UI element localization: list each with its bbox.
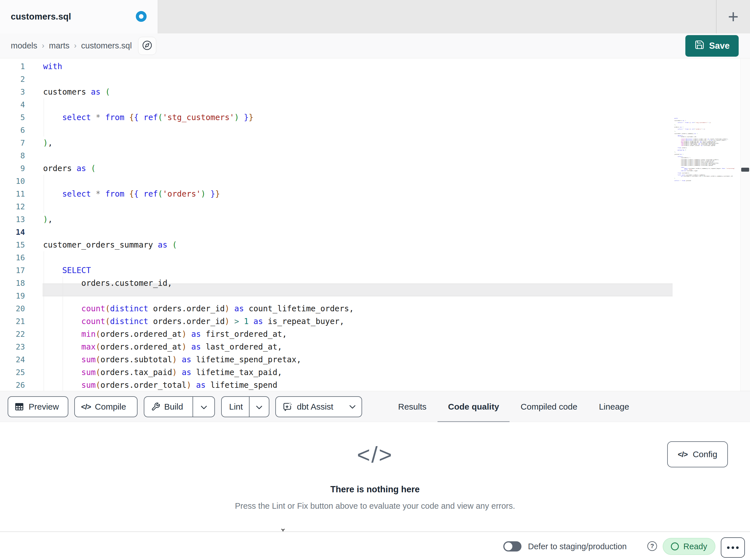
code-area[interactable]: with customers as ( select * from {{ ref… <box>43 60 354 391</box>
code-line[interactable]: orders as ( <box>43 162 354 175</box>
save-button[interactable]: Save <box>685 35 739 57</box>
line-number: 5 <box>0 111 25 124</box>
code-editor[interactable]: 1234567891011121314151617181920212223242… <box>0 58 750 391</box>
assist-label: dbt Assist <box>297 402 333 412</box>
code-line[interactable] <box>43 290 354 302</box>
line-number: 14 <box>0 226 25 238</box>
new-tab-button[interactable]: + <box>722 5 745 28</box>
code-line[interactable]: sum(orders.tax_paid) as lifetime_tax_pai… <box>43 366 354 379</box>
code-line[interactable] <box>43 149 354 162</box>
line-number: 18 <box>0 277 25 290</box>
tab-compiled-code[interactable]: Compiled code <box>520 396 577 417</box>
preview-label: Preview <box>28 402 59 412</box>
status-circle-icon <box>671 542 679 551</box>
build-button[interactable]: Build <box>144 397 193 417</box>
dbt-ide-window: customers.sql + models › marts › custome… <box>0 0 750 560</box>
line-number: 15 <box>0 238 25 251</box>
code-line[interactable]: min(orders.ordered_at) as first_ordered_… <box>43 328 354 340</box>
path-bar: models › marts › customers.sql Save <box>0 34 750 58</box>
compile-button[interactable]: </> Compile <box>74 396 138 417</box>
breadcrumb-separator: › <box>42 41 44 50</box>
code-line[interactable]: max(orders.ordered_at) as last_ordered_a… <box>43 340 354 353</box>
code-line[interactable]: sum(orders.subtotal) as lifetime_spend_p… <box>43 353 354 366</box>
status-bar: Defer to staging/production ? Ready <box>0 532 750 560</box>
code-line[interactable]: SELECT <box>43 264 354 277</box>
help-icon[interactable]: ? <box>647 541 657 551</box>
compass-icon <box>142 40 152 51</box>
code-line[interactable]: sum(orders.order_total) as lifetime_spen… <box>43 379 354 391</box>
code-line[interactable]: customer_orders_summary as ( <box>43 238 354 251</box>
defer-toggle[interactable] <box>503 541 521 552</box>
dbt-assist-button[interactable]: dbt Assist <box>275 396 362 417</box>
open-lineage-button[interactable] <box>138 37 156 55</box>
build-split-button: Build <box>144 396 215 417</box>
tabbar-divider <box>716 0 716 34</box>
preview-button[interactable]: Preview <box>8 396 68 417</box>
line-number: 24 <box>0 353 25 366</box>
line-number: 21 <box>0 315 25 328</box>
minimap[interactable]: with customers as ( select * from {{ ref… <box>674 118 740 187</box>
breadcrumb-item-models[interactable]: models <box>11 41 37 50</box>
chevron-down-icon <box>349 405 356 409</box>
line-number: 12 <box>0 200 25 213</box>
tab-results[interactable]: Results <box>398 396 427 417</box>
indent-guide <box>63 277 63 391</box>
code-line[interactable]: count(distinct orders.order_id) > 1 as i… <box>43 315 354 328</box>
line-number: 10 <box>0 175 25 188</box>
scrollbar-thumb[interactable] <box>741 168 749 172</box>
tab-lineage[interactable]: Lineage <box>599 396 629 417</box>
lint-button[interactable]: Lint <box>222 397 249 417</box>
empty-state-title: There is nothing here <box>0 484 750 495</box>
compile-label: Compile <box>95 402 126 412</box>
scrollbar-track[interactable] <box>741 58 750 391</box>
code-line[interactable] <box>43 98 354 111</box>
breadcrumb-item-file[interactable]: customers.sql <box>81 41 132 50</box>
plus-icon: + <box>728 6 738 27</box>
more-options-button[interactable] <box>721 537 745 558</box>
code-line[interactable]: ), <box>43 137 354 149</box>
code-line[interactable]: with <box>43 60 354 73</box>
breadcrumb-separator: › <box>74 41 77 50</box>
lint-dropdown-button[interactable] <box>249 397 269 417</box>
line-number: 9 <box>0 162 25 175</box>
line-number: 1 <box>0 60 25 73</box>
unsaved-changes-dot-icon <box>136 11 146 22</box>
line-number: 13 <box>0 213 25 226</box>
save-icon <box>694 40 705 52</box>
code-line[interactable]: select * from {{ ref('orders') }} <box>43 188 354 200</box>
line-number: 25 <box>0 366 25 379</box>
line-number: 2 <box>0 73 25 86</box>
lint-label: Lint <box>229 402 243 412</box>
code-line[interactable] <box>43 73 354 86</box>
line-number: 26 <box>0 379 25 391</box>
code-line[interactable]: ), <box>43 213 354 226</box>
line-number: 11 <box>0 188 25 200</box>
code-line[interactable]: customers as ( <box>43 86 354 98</box>
tab-code-quality[interactable]: Code quality <box>448 396 499 417</box>
save-label: Save <box>709 41 730 51</box>
code-line[interactable] <box>43 124 354 137</box>
line-number: 22 <box>0 328 25 340</box>
code-line[interactable]: count(distinct orders.order_id) as count… <box>43 302 354 315</box>
empty-state: </> There is nothing here Press the Lint… <box>0 422 750 511</box>
action-toolbar: Preview </> Compile Build <box>0 391 750 422</box>
line-number: 19 <box>0 290 25 302</box>
ready-label: Ready <box>683 542 707 551</box>
build-dropdown-button[interactable] <box>193 397 214 417</box>
line-number: 23 <box>0 340 25 353</box>
breadcrumb-item-marts[interactable]: marts <box>49 41 70 50</box>
code-line[interactable] <box>43 175 354 188</box>
line-number: 8 <box>0 149 25 162</box>
table-icon <box>15 402 24 412</box>
line-number: 6 <box>0 124 25 137</box>
code-line[interactable] <box>43 226 354 238</box>
indent-guide <box>44 251 44 391</box>
empty-state-description: Press the Lint or Fix button above to ev… <box>0 501 750 511</box>
code-line[interactable] <box>43 251 354 264</box>
line-number: 7 <box>0 137 25 149</box>
code-line[interactable]: orders.customer_id, <box>43 277 354 290</box>
code-line[interactable]: select * from {{ ref('stg_customers') }} <box>43 111 354 124</box>
tab-customers-sql[interactable]: customers.sql <box>0 0 158 34</box>
panel-tabs: Results Code quality Compiled code Linea… <box>398 396 629 417</box>
code-line[interactable] <box>43 200 354 213</box>
